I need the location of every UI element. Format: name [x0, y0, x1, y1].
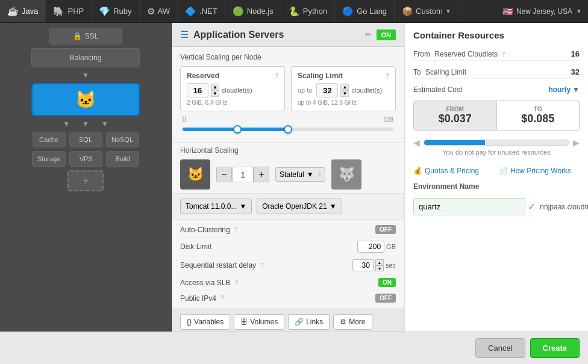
scaling-limit-input[interactable]	[316, 83, 338, 97]
edit-icon[interactable]: ✏	[365, 30, 372, 39]
reserved-cloudlets-help-icon[interactable]: ?	[501, 51, 505, 58]
cancel-button[interactable]: Cancel	[475, 338, 525, 358]
cost-from-header: FROM	[419, 106, 492, 113]
variables-icon: {}	[187, 318, 192, 326]
tomcat-icon: 🐱	[75, 90, 96, 110]
progress-prev-icon[interactable]: ◀	[413, 138, 420, 147]
seq-up-button[interactable]: ▲	[375, 259, 384, 265]
scaling-limit-unit: cloudlet(s)	[351, 87, 382, 94]
tab-java[interactable]: ☕ Java	[0, 0, 46, 22]
reserved-help-icon[interactable]: ?	[275, 72, 278, 79]
quotas-pricing-link[interactable]: 💰 Quotas & Pricing	[413, 167, 494, 175]
progress-container: ◀ ▶ You do not pay for unused resources	[413, 138, 580, 157]
auto-clustering-toggle[interactable]: OFF	[375, 225, 396, 234]
tab-python-label: Python	[303, 7, 327, 16]
node-counter: − +	[216, 167, 269, 182]
region-selector[interactable]: 🇺🇸 New Jersey, USA ▼	[496, 7, 588, 16]
reserved-cloudlets-input[interactable]	[187, 83, 208, 97]
increase-nodes-button[interactable]: +	[254, 167, 269, 182]
tab-net[interactable]: 🔷 .NET	[178, 0, 225, 22]
slider-track[interactable]	[183, 128, 393, 131]
action-buttons: {} Variables 🗄 Volumes 🔗 Links ⚙ More	[172, 309, 404, 332]
auto-clustering-help-icon[interactable]: ?	[234, 226, 238, 233]
vps-button[interactable]: VPS	[69, 151, 102, 167]
sql-label: SQL	[79, 136, 92, 143]
python-icon: 🐍	[289, 6, 300, 17]
jdk-version-select[interactable]: Oracle OpenJDK 21 ▼	[257, 199, 342, 214]
container-resources-title: Container Resources	[413, 30, 580, 40]
cache-button[interactable]: Cache	[33, 132, 66, 147]
storage-button[interactable]: Storage	[32, 151, 66, 167]
tomcat-node[interactable]: 🐱	[31, 83, 140, 116]
access-slb-help-icon[interactable]: ?	[234, 279, 238, 286]
scaling-section: Vertical Scaling per Node Reserved ? ▲ ▼	[172, 47, 404, 142]
public-ipv4-help-icon[interactable]: ?	[220, 295, 224, 301]
links-button[interactable]: 🔗 Links	[288, 314, 330, 330]
cost-to-header: TO	[502, 106, 575, 113]
more-button[interactable]: ⚙ More	[333, 314, 372, 330]
stateful-select[interactable]: Stateful ▼ ?	[275, 167, 325, 182]
from-label: From Reserved Cloudlets ?	[413, 50, 505, 58]
seq-restart-input[interactable]	[352, 259, 374, 271]
disk-limit-input[interactable]	[357, 241, 384, 253]
progress-track	[424, 140, 569, 146]
tomcat-version-select[interactable]: Tomcat 11.0.0... ▼	[180, 199, 252, 214]
decrease-nodes-button[interactable]: −	[216, 167, 232, 182]
tab-python[interactable]: 🐍 Python	[281, 0, 335, 22]
progress-next-icon[interactable]: ▶	[573, 138, 580, 147]
public-ipv4-text: Public IPv4	[180, 294, 216, 303]
wolf-symbol: 🐺	[339, 167, 355, 182]
more-icon: ⚙	[340, 318, 346, 326]
scaling-limit-help-icon[interactable]: ?	[386, 72, 389, 79]
sql-button[interactable]: SQL	[69, 132, 102, 147]
reserved-up-button[interactable]: ▲	[211, 84, 219, 90]
scaling-limit-down-button[interactable]: ▼	[340, 90, 349, 97]
reserved-down-button[interactable]: ▼	[211, 90, 219, 97]
tab-nodejs[interactable]: 🟢 Node.js	[225, 0, 281, 22]
how-pricing-link[interactable]: 📄 How Pricing Works	[499, 167, 580, 175]
to-label: To Scaling Limit	[413, 68, 466, 76]
scaling-limit-title: Scaling Limit	[298, 72, 343, 80]
tab-custom[interactable]: 📦 Custom ▼	[395, 0, 459, 22]
slider-reserved-handle[interactable]	[233, 125, 242, 134]
storage-row: Storage VPS Build	[32, 151, 140, 167]
tab-php[interactable]: 🐘 PHP	[46, 0, 92, 22]
seq-restart-help-icon[interactable]: ?	[260, 262, 264, 269]
public-ipv4-toggle[interactable]: OFF	[375, 294, 396, 303]
slider-limit-handle[interactable]	[284, 125, 292, 134]
balancing-button[interactable]: Balancing	[31, 48, 140, 67]
volumes-button[interactable]: 🗄 Volumes	[234, 314, 284, 330]
seq-down-button[interactable]: ▼	[375, 265, 384, 271]
slider-labels: 0 128	[183, 116, 393, 123]
tab-go[interactable]: 🔵 Go Lang	[335, 0, 395, 22]
build-button[interactable]: Build	[106, 151, 139, 167]
ruby-icon: 💎	[99, 6, 110, 17]
cost-to-value: $0.085	[502, 113, 575, 125]
nosql-button[interactable]: NoSQL	[106, 132, 139, 147]
custom-dropdown-icon: ▼	[445, 8, 451, 14]
variables-button[interactable]: {} Variables	[180, 314, 230, 330]
bottom-bar: Cancel Create	[0, 332, 588, 364]
horizontal-scaling-section: Horizontal Scaling 🐱 − + Stateful ▼ ? 🐺	[172, 142, 404, 193]
add-node-button[interactable]: +	[67, 170, 104, 191]
access-slb-toggle[interactable]: ON	[378, 278, 396, 287]
scaling-limit-up-button[interactable]: ▲	[340, 84, 349, 90]
node-count-input[interactable]	[232, 167, 254, 182]
reserved-box: Reserved ? ▲ ▼ cloudlet(s) 2 GiB, 6.4 GH…	[180, 66, 285, 111]
hourly-select[interactable]: hourly ▼	[548, 85, 580, 94]
scaling-section-label: Vertical Scaling per Node	[180, 53, 396, 61]
vps-label: VPS	[80, 155, 93, 162]
status-badge[interactable]: ON	[377, 29, 396, 40]
nosql-label: NoSQL	[111, 136, 133, 143]
reserved-spinner: ▲ ▼	[211, 84, 219, 97]
links-label: Links	[306, 318, 323, 326]
env-name-input[interactable]	[413, 198, 525, 215]
aw-icon: ⚙	[147, 6, 155, 17]
stateful-help-icon[interactable]: ?	[318, 171, 322, 178]
ssl-button[interactable]: 🔒 SSL	[49, 28, 122, 45]
create-button[interactable]: Create	[530, 338, 580, 358]
tab-ruby[interactable]: 💎 Ruby	[92, 0, 139, 22]
arrow-left-icon: ▼	[63, 120, 70, 128]
tab-aw[interactable]: ⚙ AW	[140, 0, 178, 22]
quotas-label: Quotas & Pricing	[425, 167, 479, 175]
